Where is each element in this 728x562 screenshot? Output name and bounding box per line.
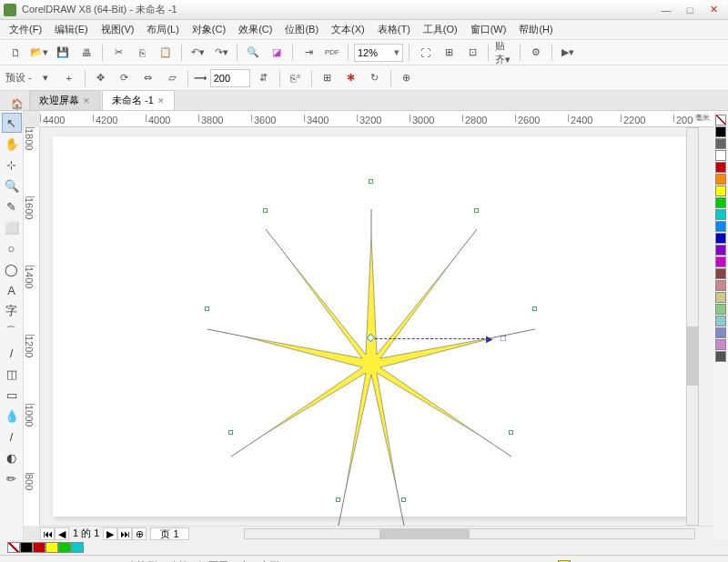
next-page-button[interactable]: ▶ [103, 527, 117, 540]
import-button[interactable]: ◪ [267, 43, 287, 63]
no-color-swatch[interactable] [715, 115, 726, 125]
menu-item[interactable]: 效果(C) [233, 21, 278, 38]
node-handle[interactable] [509, 430, 513, 435]
menu-item[interactable]: 文本(X) [326, 21, 370, 38]
vertical-scrollbar[interactable] [686, 127, 699, 526]
close-tab-icon[interactable]: ✕ [157, 96, 165, 105]
color-swatch[interactable] [715, 209, 726, 220]
tool-button[interactable]: ✋ [2, 134, 22, 154]
show-grid-button[interactable]: ⊡ [462, 43, 482, 63]
color-swatch[interactable] [46, 542, 58, 553]
rotate-icon[interactable]: ⟳ [115, 68, 135, 88]
tool-button[interactable]: ◐ [2, 447, 22, 467]
minimize-button[interactable]: — [655, 3, 677, 17]
first-page-button[interactable]: ⏮ [40, 527, 55, 540]
save-button[interactable]: 💾 [53, 43, 73, 63]
color-swatch[interactable] [715, 256, 726, 267]
tool-button[interactable]: ⬜ [2, 217, 22, 237]
export-button[interactable]: ⇥ [298, 43, 318, 63]
menu-item[interactable]: 编辑(E) [49, 21, 94, 38]
tool-button[interactable]: ◫ [2, 364, 22, 384]
menu-item[interactable]: 对象(C) [187, 21, 231, 38]
search-button[interactable]: 🔍 [243, 43, 263, 63]
node-handle[interactable] [336, 497, 340, 502]
cut-button[interactable]: ✂ [108, 43, 128, 63]
close-tab-icon[interactable]: ✕ [83, 96, 90, 105]
page-tab[interactable]: 页 1 [150, 527, 188, 540]
node-handle[interactable] [228, 430, 233, 435]
stepper-icon[interactable]: ⇵ [254, 68, 274, 88]
zoom-dropdown[interactable]: ▾ [354, 44, 403, 62]
move-icon[interactable]: ✥ [91, 68, 111, 88]
tool-button[interactable]: / [2, 427, 22, 447]
tool-button[interactable]: 💧 [2, 406, 22, 426]
menu-item[interactable]: 布局(L) [141, 21, 184, 38]
menu-item[interactable]: 文件(F) [4, 21, 47, 38]
color-swatch[interactable] [715, 197, 726, 208]
menu-item[interactable]: 表格(T) [372, 21, 416, 38]
color-swatch[interactable] [7, 542, 20, 553]
print-button[interactable]: 🖶 [76, 43, 96, 63]
zoom-input[interactable] [355, 47, 391, 58]
skew-icon[interactable]: ▱ [162, 68, 182, 88]
color-swatch[interactable] [715, 221, 726, 232]
color-swatch[interactable] [715, 339, 726, 350]
document-tab[interactable]: 未命名 -1✕ [102, 90, 175, 110]
undo-button[interactable]: ↶▾ [187, 43, 207, 63]
tool-button[interactable]: ○ [2, 238, 22, 258]
color-swatch[interactable] [715, 268, 726, 279]
tool-button[interactable]: ⌒ [2, 322, 22, 342]
nudge-input[interactable] [210, 69, 250, 87]
node-handle[interactable] [369, 179, 373, 184]
mirror-icon[interactable]: ⇔ [138, 68, 158, 88]
tool-button[interactable]: ▭ [2, 385, 22, 405]
add-page-button[interactable]: ⊕ [132, 527, 147, 540]
add-preset-button[interactable]: + [59, 68, 79, 88]
open-button[interactable]: 📂▾ [29, 43, 49, 63]
star-shape[interactable] [189, 182, 553, 526]
tool-button[interactable]: 🔍 [2, 176, 22, 196]
color-swatch[interactable] [715, 316, 726, 326]
clear-transform-button[interactable]: ↻ [365, 68, 385, 88]
color-swatch[interactable] [715, 138, 726, 149]
menu-item[interactable]: 窗口(W) [465, 21, 512, 38]
color-swatch[interactable] [715, 162, 726, 173]
node-handle[interactable] [401, 497, 406, 502]
node-handle[interactable] [474, 208, 479, 213]
close-button[interactable]: ✕ [703, 3, 724, 17]
duplicate-button[interactable]: ⎘° [286, 68, 306, 88]
new-button[interactable]: 🗋 [5, 43, 25, 63]
color-swatch[interactable] [715, 233, 726, 244]
canvas[interactable]: ▶ □ [40, 127, 713, 526]
color-swatch[interactable] [715, 280, 726, 291]
tool-button[interactable]: ◯ [2, 259, 22, 279]
color-swatch[interactable] [715, 174, 726, 185]
color-swatch[interactable] [33, 542, 46, 553]
horizontal-scrollbar[interactable] [244, 528, 695, 539]
tool-button[interactable]: 字 [2, 301, 22, 321]
tool-button[interactable]: A [2, 280, 22, 300]
copy-button[interactable]: ⎘ [132, 43, 152, 63]
show-rulers-button[interactable]: ⊞ [439, 43, 459, 63]
color-swatch[interactable] [20, 542, 33, 553]
color-swatch[interactable] [715, 126, 726, 137]
menu-item[interactable]: 视图(V) [96, 21, 140, 38]
prev-page-button[interactable]: ◀ [55, 527, 69, 540]
options-button[interactable]: ⚙ [526, 43, 546, 63]
snap-dropdown[interactable]: 贴齐▾ [494, 43, 514, 63]
menu-item[interactable]: 帮助(H) [513, 21, 558, 38]
home-icon[interactable]: 🏠 [5, 98, 29, 110]
color-swatch[interactable] [715, 245, 726, 256]
color-swatch[interactable] [715, 327, 726, 338]
distribute-button[interactable]: ✱ [341, 68, 361, 88]
publish-pdf-button[interactable]: PDF [322, 43, 342, 63]
launch-button[interactable]: ▶▾ [558, 43, 578, 63]
tool-button[interactable]: ↖ [2, 113, 22, 133]
tool-button[interactable]: / [2, 343, 22, 363]
node-handle[interactable] [263, 208, 268, 213]
color-swatch[interactable] [715, 304, 726, 315]
color-swatch[interactable] [715, 351, 726, 362]
align-button[interactable]: ⊞ [318, 68, 338, 88]
more-button[interactable]: ⊕ [397, 68, 417, 88]
color-swatch[interactable] [715, 150, 726, 161]
